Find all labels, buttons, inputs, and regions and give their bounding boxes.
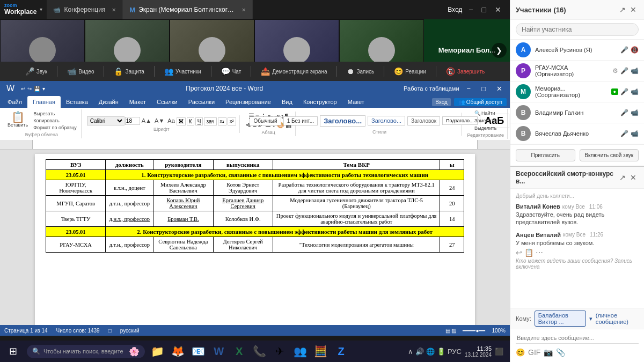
chat-input-field[interactable] xyxy=(516,333,639,344)
word-tab-design[interactable]: Дизайн xyxy=(93,96,124,108)
save-icon[interactable]: 💾 xyxy=(34,86,40,92)
replace-button[interactable]: Заменить xyxy=(473,117,498,124)
word-tab-view[interactable]: Вид xyxy=(276,96,298,108)
word-tab-layout2[interactable]: Макет xyxy=(342,96,370,108)
chat-more-icon[interactable]: ⋯ xyxy=(536,248,543,257)
security-button[interactable]: 🔒 Защита xyxy=(109,65,148,78)
word-zoom-slider[interactable]: ━━━━●━━ xyxy=(463,328,485,334)
word-tab-layout[interactable]: Макет xyxy=(124,96,151,108)
font-size-input[interactable] xyxy=(125,117,140,125)
taskbar-app-mail[interactable]: 📧 xyxy=(189,342,208,361)
signin-button[interactable]: Вход xyxy=(448,6,462,13)
strikethrough-button[interactable]: зач xyxy=(204,117,216,125)
undo-icon[interactable]: ↩ xyxy=(21,86,25,92)
paste-button[interactable]: 📋 Вставить xyxy=(5,110,30,129)
taskbar-app-word[interactable]: W xyxy=(209,342,229,361)
taskbar-app-browser[interactable]: 🦊 xyxy=(169,342,188,361)
copy-button[interactable]: Копировать xyxy=(32,117,78,124)
screenshot-icon[interactable]: 📷 xyxy=(544,348,553,357)
format-button[interactable]: Формат по образцу xyxy=(32,124,78,131)
taskbar-app-telegram[interactable]: ✈ xyxy=(270,342,290,361)
chat-chevron-down-icon[interactable]: ▾ xyxy=(589,315,592,322)
record-button[interactable]: ⏺ Запись xyxy=(342,65,378,78)
lang-label[interactable]: РУС xyxy=(448,348,462,356)
minimize-button[interactable]: − xyxy=(466,5,475,14)
share-word-button[interactable]: 👥 Общий доступ xyxy=(454,98,507,106)
invite-button[interactable]: Пригласить xyxy=(516,149,575,161)
taskbar-app-zoom[interactable]: Z xyxy=(332,342,351,361)
sound-icon[interactable]: 🔊 xyxy=(415,348,424,356)
taskbar-search-bar[interactable]: 🔍 Чтобы начать поиск, введите 🌸 xyxy=(27,345,145,358)
taskbar-app-viber[interactable]: 📞 xyxy=(250,342,269,361)
close-button[interactable]: ✕ xyxy=(493,5,503,14)
word-tab-insert[interactable]: Вставка xyxy=(61,96,93,108)
style-normal[interactable]: Обычный xyxy=(250,116,281,125)
style-heading3[interactable]: Заголовок xyxy=(407,116,440,125)
video-button[interactable]: 📹 Видео xyxy=(63,65,98,78)
find-button[interactable]: 🔍 Найти xyxy=(473,110,498,116)
participants-close-icon[interactable]: ✕ xyxy=(628,4,639,15)
italic-button[interactable]: К xyxy=(187,117,194,125)
memorial-arrow[interactable]: ❯ xyxy=(492,43,507,58)
maximize-button[interactable]: □ xyxy=(480,5,488,14)
chat-close-icon[interactable]: ✕ xyxy=(628,172,639,183)
word-tab-home[interactable]: Главная xyxy=(27,96,61,108)
word-tab-ref[interactable]: Ссылки xyxy=(151,96,183,108)
style-heading1[interactable]: Заголово... xyxy=(320,115,365,127)
bold-button[interactable]: Ж xyxy=(177,117,186,125)
superscript-button[interactable]: x² xyxy=(228,117,236,125)
tab-screen[interactable]: M Экран (Мемориал Болтинского... ✕ xyxy=(123,0,253,19)
signin-word-button[interactable]: Вход xyxy=(432,98,451,106)
participants-search-input[interactable] xyxy=(516,23,639,36)
taskbar-app-explorer[interactable]: 📁 xyxy=(148,342,167,361)
end-button[interactable]: 📵 Завершить xyxy=(442,65,489,78)
zoom-dropdown-icon[interactable]: ▾ xyxy=(40,6,42,12)
font-shrink-button[interactable]: A▼ xyxy=(153,117,165,124)
font-family-select[interactable]: Calibri xyxy=(87,116,125,125)
style-no-int[interactable]: 1 Без инт... xyxy=(283,116,318,125)
taskbar-app-calc[interactable]: 🧮 xyxy=(311,342,331,361)
word-minimize-button[interactable]: − xyxy=(464,85,474,93)
start-button[interactable]: ⊞ xyxy=(2,341,24,362)
tab-screen-close[interactable]: ✕ xyxy=(241,7,246,13)
cut-button[interactable]: Вырезать xyxy=(32,110,78,117)
file-icon[interactable]: 📎 xyxy=(556,348,565,357)
share-button[interactable]: 📤 Демонстрация экрана xyxy=(257,65,331,78)
gif-icon[interactable]: GIF xyxy=(528,348,540,357)
tab-conference-close[interactable]: ✕ xyxy=(112,7,116,13)
chat-external-icon[interactable]: ↗ xyxy=(617,172,628,183)
style-heading2[interactable]: Заголово... xyxy=(368,116,405,125)
select-button[interactable]: Выделить xyxy=(473,125,498,131)
word-maximize-button[interactable]: □ xyxy=(478,85,489,93)
underline-button[interactable]: Ч xyxy=(195,117,203,125)
chat-button[interactable]: 💬 Чат xyxy=(217,65,246,78)
reactions-button[interactable]: 😊 Реакции xyxy=(390,65,430,78)
word-tab-mail[interactable]: Рассылки xyxy=(183,96,220,108)
taskbar-app-teams[interactable]: 👥 xyxy=(291,342,310,361)
taskbar-app-excel[interactable]: X xyxy=(230,342,249,361)
word-tab-review[interactable]: Рецензирование xyxy=(220,96,276,108)
word-close-button[interactable]: ✕ xyxy=(493,85,506,93)
redo-icon[interactable]: ↪ xyxy=(27,86,32,92)
clock-area[interactable]: 11:35 13.12.2024 xyxy=(465,345,492,358)
battery-icon[interactable]: 🔋 xyxy=(437,348,445,356)
tray-chevron-icon[interactable]: ∧ xyxy=(408,348,413,356)
chat-copy-icon[interactable]: 📋 xyxy=(524,248,533,257)
participants-external-icon[interactable]: ↗ xyxy=(617,4,628,15)
subscript-button[interactable]: x₂ xyxy=(218,117,227,125)
emoji-icon[interactable]: 😊 xyxy=(516,348,525,357)
settings-icon-2[interactable]: ⚙ xyxy=(612,67,618,75)
chat-reply-icon[interactable]: ↩ xyxy=(516,248,522,257)
chat-to-select[interactable]: Балабанов Виктор ... xyxy=(535,311,586,327)
tab-conference[interactable]: 📹 Конференция ✕ xyxy=(47,0,123,19)
clear-format-button[interactable]: Aa xyxy=(166,117,175,124)
show-desktop-icon[interactable]: ⬛ xyxy=(495,348,503,356)
font-grow-button[interactable]: A▲ xyxy=(141,117,152,124)
word-tab-file[interactable]: Файл xyxy=(2,96,27,108)
word-doc[interactable]: ВУЗ должность руководителя выпускника Те… xyxy=(0,150,510,335)
mute-button[interactable]: 🎤 Звук xyxy=(21,65,52,78)
participants-button[interactable]: 👥 Участники xyxy=(160,65,206,78)
word-tab-construct[interactable]: Конструктор xyxy=(298,96,342,108)
network-icon[interactable]: 🌐 xyxy=(426,348,435,356)
mute-all-button[interactable]: Включить свой звук xyxy=(580,149,639,161)
